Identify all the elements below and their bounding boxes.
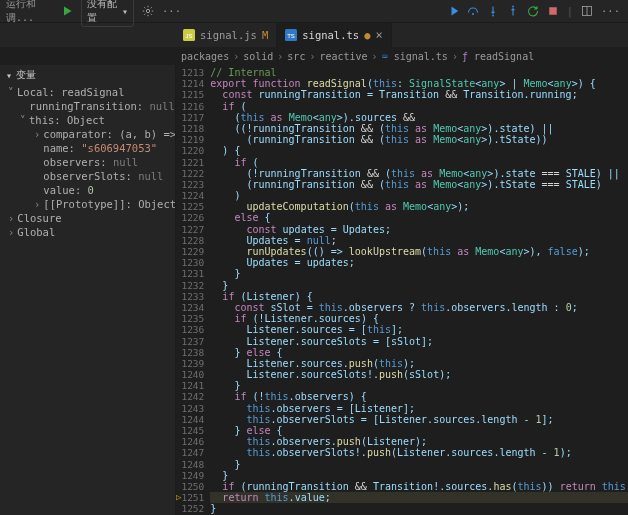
code-line[interactable]: this.observerSlots!.push(Listener.source…: [210, 447, 628, 458]
tree-item[interactable]: ›[[Prototype]]: Object: [6, 197, 175, 211]
breadcrumb-item[interactable]: ⌨ signal.ts: [382, 51, 448, 62]
code-line[interactable]: this.observerSlots = [Listener.sources.l…: [210, 414, 628, 425]
tree-item[interactable]: ›Closure: [6, 211, 175, 225]
tree-item[interactable]: ›comparator: (a, b) => a === b: [6, 127, 175, 141]
code-line[interactable]: this.observers.push(Listener);: [210, 436, 628, 447]
tree-item[interactable]: ›Global: [6, 225, 175, 239]
tree-item[interactable]: observers: null: [6, 155, 175, 169]
code-line[interactable]: (runningTransition && (this as Memo<any>…: [210, 134, 628, 145]
line-number: 1222: [181, 168, 204, 179]
variables-tree[interactable]: ˅Local: readSignal runningTransition: nu…: [0, 85, 175, 239]
code-line[interactable]: ): [210, 190, 628, 201]
code-line[interactable]: }: [210, 268, 628, 279]
config-label: 没有配置: [87, 0, 118, 25]
more-actions[interactable]: ···: [162, 5, 181, 17]
tab-signaljs[interactable]: JSsignal.js M: [175, 23, 277, 47]
tree-item[interactable]: value: 0: [6, 183, 175, 197]
code-line[interactable]: }: [210, 380, 628, 391]
tree-item[interactable]: observerSlots: null: [6, 169, 175, 183]
svg-point-3: [512, 6, 514, 8]
code-line[interactable]: } else {: [210, 347, 628, 358]
code-line[interactable]: if (runningTransition && Transition!.sou…: [210, 481, 628, 492]
breadcrumb-item[interactable]: src: [287, 51, 305, 62]
code-line[interactable]: // Internal: [210, 67, 628, 78]
line-number: 1239: [181, 358, 204, 369]
config-select[interactable]: 没有配置 ▾: [81, 0, 134, 27]
breadcrumb-item[interactable]: ƒ readSignal: [462, 51, 534, 62]
code-line[interactable]: Listener.sourceSlots = [sSlot];: [210, 336, 628, 347]
breadcrumb-item[interactable]: solid: [243, 51, 273, 62]
variables-header[interactable]: ▾ 变量: [0, 65, 175, 85]
code-line[interactable]: runUpdates(() => lookUpstream(this as Me…: [210, 246, 628, 257]
line-number: 1252: [181, 503, 204, 514]
tab-label: signal.js: [200, 29, 257, 41]
code-line[interactable]: this.observers = [Listener];: [210, 403, 628, 414]
code-line[interactable]: }: [210, 280, 628, 291]
breadcrumbs[interactable]: packages›solid›src›reactive›⌨ signal.ts›…: [0, 47, 628, 65]
code-line[interactable]: (this as Memo<any>).sources &&: [210, 112, 628, 123]
tab-signalts[interactable]: TSsignal.ts ● ×: [277, 23, 391, 47]
code-line[interactable]: }: [210, 459, 628, 470]
code-line[interactable]: }: [210, 503, 628, 514]
code-line[interactable]: if (!Listener.sources) {: [210, 313, 628, 324]
code-line[interactable]: } else {: [210, 425, 628, 436]
gear-icon[interactable]: [142, 5, 154, 17]
code-line[interactable]: Updates = updates;: [210, 257, 628, 268]
code-line[interactable]: if (: [210, 157, 628, 168]
step-over-icon[interactable]: [467, 5, 479, 17]
code-line[interactable]: Listener.sources = [this];: [210, 324, 628, 335]
line-number: 1251: [181, 492, 204, 503]
code-line[interactable]: if (!this.observers) {: [210, 391, 628, 402]
code-line[interactable]: const updates = Updates;: [210, 224, 628, 235]
line-number: 1225: [181, 201, 204, 212]
line-number: 1216: [181, 101, 204, 112]
code-line[interactable]: ((!runningTransition && (this as Memo<an…: [210, 123, 628, 134]
tree-item[interactable]: name: "s606947053": [6, 141, 175, 155]
tree-item[interactable]: runningTransition: null: [6, 99, 175, 113]
code-line[interactable]: else {: [210, 212, 628, 223]
tree-item[interactable]: ˅this: Object: [6, 113, 175, 127]
code-editor[interactable]: ▷ 12131214121512161217121812191220122112…: [176, 65, 628, 515]
variables-title: 变量: [16, 68, 36, 82]
more-icon[interactable]: ···: [601, 5, 620, 17]
play-icon[interactable]: [61, 5, 73, 17]
code-line[interactable]: export function readSignal(this: SignalS…: [210, 78, 628, 89]
split-editor-icon[interactable]: [581, 5, 593, 17]
code-line[interactable]: (runningTransition && (this as Memo<any>…: [210, 179, 628, 190]
svg-point-2: [492, 15, 494, 17]
code-line[interactable]: (!runningTransition && (this as Memo<any…: [210, 168, 628, 179]
debug-toolbar: 运行和调... 没有配置 ▾ ··· | ···: [0, 0, 628, 23]
code-line[interactable]: if (: [210, 101, 628, 112]
breadcrumb-item[interactable]: packages: [181, 51, 229, 62]
restart-icon[interactable]: [527, 5, 539, 17]
close-icon[interactable]: ×: [375, 28, 382, 42]
line-number: 1243: [181, 403, 204, 414]
code-line[interactable]: const runningTransition = Transition && …: [210, 89, 628, 100]
modified-indicator: M: [262, 29, 268, 41]
code-line[interactable]: Updates = null;: [210, 235, 628, 246]
code-line[interactable]: Listener.sourceSlots!.push(sSlot);: [210, 369, 628, 380]
step-out-icon[interactable]: [507, 5, 519, 17]
variables-panel: ▾ 变量 ˅Local: readSignal runningTransitio…: [0, 65, 176, 515]
svg-point-1: [472, 13, 474, 15]
line-number: 1224: [181, 190, 204, 201]
line-number: 1219: [181, 134, 204, 145]
tree-item[interactable]: ˅Local: readSignal: [6, 85, 175, 99]
debug-continue-icon[interactable]: [447, 5, 459, 17]
code-line[interactable]: const sSlot = this.observers ? this.obse…: [210, 302, 628, 313]
code-content[interactable]: // Internalexport function readSignal(th…: [210, 65, 628, 515]
code-line[interactable]: if (Listener) {: [210, 291, 628, 302]
chevron-right-icon: ›: [452, 51, 458, 62]
code-line[interactable]: ) {: [210, 145, 628, 156]
code-line[interactable]: return this.value;: [210, 492, 628, 503]
code-line[interactable]: Listener.sources.push(this);: [210, 358, 628, 369]
line-number: 1246: [181, 436, 204, 447]
line-number: 1238: [181, 347, 204, 358]
code-line[interactable]: updateComputation(this as Memo<any>);: [210, 201, 628, 212]
code-line[interactable]: }: [210, 470, 628, 481]
line-number: 1215: [181, 89, 204, 100]
breadcrumb-item[interactable]: reactive: [319, 51, 367, 62]
run-debug-label: 运行和调...: [6, 0, 53, 25]
stop-icon[interactable]: [547, 5, 559, 17]
step-into-icon[interactable]: [487, 5, 499, 17]
